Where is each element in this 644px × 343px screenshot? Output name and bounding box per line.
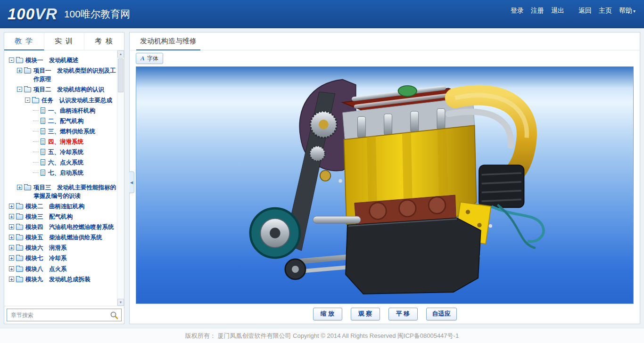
scroll-down-icon[interactable]: ▼ [117, 299, 124, 306]
engine-3d-model[interactable] [208, 71, 561, 300]
tree-item-label: 项目三 发动机主要性能指标的掌握及编号的识读 [33, 183, 116, 200]
nav-link-back[interactable]: 返回 [578, 7, 592, 15]
tree-item[interactable]: +模块八 点火系 [9, 265, 116, 273]
tree-item[interactable]: +模块三 配气机构 [9, 212, 116, 221]
tree-item-label: 模块七 冷却系 [25, 254, 67, 262]
tree-connector [33, 127, 39, 131]
tree-connector [33, 106, 39, 111]
top-nav: 登录注册退出返回主页帮助▾ [504, 7, 636, 15]
tree-item[interactable]: +项目三 发动机主要性能指标的掌握及编号的识读 [9, 183, 116, 200]
folder-icon [16, 256, 23, 261]
tree-wrap: -模块一 发动机概述+项目一 发动机类型的识别及工作原理-项目二 发动机结构的认… [4, 50, 124, 306]
tree-item-label: 二、配气机构 [48, 117, 83, 125]
tree-connector [33, 117, 39, 121]
font-button[interactable]: A 字体 [136, 53, 163, 64]
tree-item[interactable]: +模块六 润滑系 [9, 244, 116, 252]
tree-item-label: 四、润滑系统 [48, 138, 83, 146]
folder-icon [16, 245, 23, 251]
expand-icon[interactable]: + [9, 235, 14, 240]
expand-icon[interactable]: + [17, 185, 22, 190]
pan-button[interactable]: 平 移 [388, 308, 418, 320]
zoom-button[interactable]: 缩 放 [313, 308, 342, 320]
tree-item[interactable]: -任务 认识发动机主要总成 [9, 96, 116, 105]
tree-item[interactable]: 二、配气机构 [9, 117, 116, 125]
tree-item[interactable]: 一、曲柄连杆机构 [9, 106, 116, 115]
collapse-icon[interactable]: - [25, 98, 30, 103]
collapse-icon[interactable]: - [17, 87, 22, 92]
tree-item[interactable]: 七、启动系统 [9, 169, 116, 177]
folder-icon [24, 87, 31, 92]
tree-item[interactable]: 四、润滑系统 [9, 138, 116, 146]
viewer-3d[interactable] [136, 66, 634, 304]
viewer-controls: 缩 放观 察平 移自适应 [130, 304, 640, 324]
tree-item[interactable]: 六、点火系统 [9, 158, 116, 167]
tree-item[interactable]: -模块一 发动机概述 [9, 56, 116, 65]
sidebar: 教 学实 训考 核 -模块一 发动机概述+项目一 发动机类型的识别及工作原理-项… [4, 32, 124, 324]
tree-item[interactable]: +模块二 曲柄连缸机构 [9, 202, 116, 211]
sidebar-tab-assessment[interactable]: 考 核 [84, 33, 124, 50]
nav-link-login[interactable]: 登录 [511, 7, 524, 15]
expand-icon[interactable]: + [9, 204, 14, 209]
tree-item[interactable]: +模块九 发动机总成拆装 [9, 275, 116, 284]
search-input[interactable] [7, 309, 122, 321]
tree-item[interactable]: 三、燃料供给系统 [9, 127, 116, 136]
chapter-search [4, 306, 124, 324]
tree-item-label: 模块一 发动机概述 [25, 56, 79, 65]
nav-link-register[interactable]: 注册 [531, 7, 544, 15]
tab-engine-course[interactable]: 发动机构造与维修 [136, 33, 200, 50]
tree-item[interactable]: +模块五 柴油机燃油供给系统 [9, 233, 116, 242]
document-icon [41, 118, 45, 124]
folder-icon [16, 225, 23, 230]
tree-item-label: 项目二 发动机结构的认识 [33, 85, 104, 94]
folder-icon [24, 68, 31, 74]
tree-item[interactable]: +模块四 汽油机电控燃油喷射系统 [9, 223, 116, 231]
expand-icon[interactable]: + [9, 255, 14, 261]
document-icon [41, 149, 45, 155]
tree-item[interactable]: +项目一 发动机类型的识别及工作原理 [9, 66, 116, 83]
folder-icon [24, 185, 31, 190]
tree-item-label: 模块三 配气机构 [25, 212, 73, 221]
page: 100VR 100唯尔教育网 登录注册退出返回主页帮助▾ 教 学实 训考 核 -… [0, 0, 644, 343]
tree-item[interactable]: +模块七 冷却系 [9, 254, 116, 262]
course-tree: -模块一 发动机概述+项目一 发动机类型的识别及工作原理-项目二 发动机结构的认… [4, 50, 117, 306]
observe-button[interactable]: 观 察 [351, 308, 380, 320]
font-button-label: 字体 [147, 55, 158, 63]
folder-icon [32, 98, 39, 103]
expand-icon[interactable]: + [9, 224, 14, 229]
logo-100: 100 [8, 5, 35, 23]
sidebar-tab-teaching[interactable]: 教 学 [4, 33, 44, 50]
sidebar-collapse-handle[interactable]: ◀ [129, 172, 134, 193]
tree-item[interactable]: 五、冷却系统 [9, 148, 116, 156]
sidebar-tabs: 教 学实 训考 核 [4, 33, 124, 50]
document-icon [41, 128, 45, 134]
sidebar-tab-training[interactable]: 实 训 [44, 33, 84, 50]
nav-link-logout[interactable]: 退出 [551, 7, 564, 15]
tree-item-label: 任务 认识发动机主要总成 [41, 96, 112, 105]
logo-vr: VR [35, 5, 58, 23]
scrollbar-thumb[interactable] [118, 58, 124, 92]
logo: 100VR [8, 5, 58, 23]
nav-link-help[interactable]: 帮助▾ [619, 7, 636, 15]
tree-item-label: 模块六 润滑系 [25, 244, 67, 252]
copyright-text: 版权所有： 厦门凤凰创壹软件有限公司 Copyright © 2014 All … [185, 332, 459, 340]
document-icon [41, 170, 45, 176]
tree-item-label: 五、冷却系统 [48, 148, 83, 156]
search-icon[interactable] [110, 311, 118, 319]
fit-button[interactable]: 自适应 [426, 308, 457, 320]
expand-icon[interactable]: + [9, 277, 14, 282]
tree-item-label: 模块八 点火系 [25, 265, 67, 273]
scroll-up-icon[interactable]: ▲ [117, 50, 124, 57]
nav-link-home[interactable]: 主页 [599, 7, 612, 15]
document-icon [41, 159, 45, 165]
tree-item[interactable]: -项目二 发动机结构的认识 [9, 85, 116, 94]
expand-icon[interactable]: + [9, 214, 14, 219]
tree-item-label: 一、曲柄连杆机构 [48, 106, 95, 115]
expand-icon[interactable]: + [9, 245, 14, 250]
expand-icon[interactable]: + [17, 68, 22, 73]
content-tabs: 发动机构造与维修 [130, 33, 640, 50]
expand-icon[interactable]: + [9, 266, 14, 271]
collapse-icon[interactable]: - [9, 57, 14, 63]
document-icon [41, 139, 45, 145]
tree-connector [33, 138, 39, 142]
tree-scrollbar[interactable]: ▲ ▼ [117, 50, 124, 306]
